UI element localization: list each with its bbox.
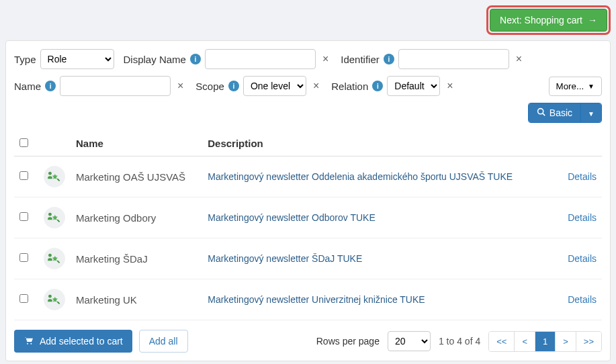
details-link[interactable]: Details <box>568 253 597 264</box>
clear-display-name[interactable]: × <box>320 53 331 65</box>
row-checkbox[interactable] <box>19 212 28 221</box>
rows-per-page-label: Rows per page <box>316 336 380 347</box>
info-icon[interactable]: i <box>384 54 394 64</box>
name-label: Name <box>14 81 41 92</box>
basic-search-dropdown[interactable]: ▼ <box>580 103 601 122</box>
add-selected-label: Add selected to cart <box>40 336 123 347</box>
identifier-label: Identifier <box>341 54 380 65</box>
filter-identifier: Identifier i × <box>341 49 525 69</box>
row-description: Marketingový newsletter Univerzitnej kni… <box>202 279 548 320</box>
table-footer: Add selected to cart Add all Rows per pa… <box>14 330 602 353</box>
relation-select[interactable]: Default <box>387 76 440 96</box>
name-input[interactable] <box>60 76 171 96</box>
more-label: More... <box>556 81 584 91</box>
info-icon[interactable]: i <box>190 54 201 64</box>
page-last[interactable]: >> <box>576 332 601 351</box>
relation-label: Relation <box>331 81 368 92</box>
next-shopping-cart-button[interactable]: Next: Shopping cart → <box>490 9 607 32</box>
clear-scope[interactable]: × <box>310 80 322 92</box>
row-name: Marketing OAŠ UJSVAŠ <box>71 156 202 197</box>
row-name: Marketing ŠDaJ <box>71 238 202 279</box>
row-checkbox[interactable] <box>19 294 28 303</box>
table-row: Marketing UKMarketingový newsletter Univ… <box>14 279 602 320</box>
filter-relation: Relation i Default × <box>331 76 455 96</box>
filter-name: Name i × <box>14 76 186 96</box>
svg-point-0 <box>537 109 543 114</box>
clear-name[interactable]: × <box>175 80 186 92</box>
chevron-down-icon: ▼ <box>588 110 595 118</box>
table-row: Marketing ŠDaJMarketingový newsletter ŠD… <box>14 238 602 279</box>
type-select[interactable]: Role <box>40 49 114 69</box>
display-name-input[interactable] <box>205 49 316 69</box>
info-icon[interactable]: i <box>372 81 383 91</box>
info-icon[interactable]: i <box>45 81 56 91</box>
scope-select[interactable]: One level <box>243 76 306 96</box>
details-link[interactable]: Details <box>568 171 597 182</box>
role-icon <box>44 166 65 187</box>
identifier-input[interactable] <box>398 49 509 69</box>
type-label: Type <box>14 54 36 65</box>
svg-point-2 <box>27 343 28 344</box>
next-button-label: Next: Shopping cart <box>500 15 582 26</box>
basic-search-button[interactable]: Basic <box>529 103 580 122</box>
search-icon <box>537 107 545 118</box>
svg-point-3 <box>30 343 32 344</box>
page-next[interactable]: > <box>556 332 576 351</box>
scope-label: Scope <box>195 81 224 92</box>
main-panel: Type Role Display Name i × Identifier i … <box>5 40 611 361</box>
info-icon[interactable]: i <box>228 81 239 91</box>
add-all-button[interactable]: Add all <box>139 330 188 353</box>
details-link[interactable]: Details <box>568 212 597 223</box>
svg-line-1 <box>543 113 545 116</box>
row-checkbox[interactable] <box>19 171 28 180</box>
more-filters-button[interactable]: More... ▼ <box>549 77 602 96</box>
col-header-name: Name <box>71 131 202 156</box>
pagination: << < 1 > >> <box>488 331 602 352</box>
arrow-right-icon: → <box>588 15 597 26</box>
filter-type: Type Role <box>14 49 114 69</box>
page-first[interactable]: << <box>489 332 515 351</box>
row-description: Marketingový newsletter ŠDaJ TUKE <box>202 238 548 279</box>
col-header-description: Description <box>202 131 548 156</box>
table-row: Marketing OdboryMarketingový newsletter … <box>14 197 602 238</box>
row-description: Marketingový newsletter Oddelenia akadem… <box>202 156 548 197</box>
cart-icon <box>24 336 34 347</box>
clear-identifier[interactable]: × <box>513 53 525 65</box>
filter-scope: Scope i One level × <box>195 76 322 96</box>
add-selected-button[interactable]: Add selected to cart <box>14 330 132 353</box>
row-name: Marketing Odbory <box>71 197 202 238</box>
row-name: Marketing UK <box>71 279 202 320</box>
details-link[interactable]: Details <box>568 294 597 305</box>
role-icon <box>44 248 65 269</box>
rows-per-page-select[interactable]: 20 <box>388 331 431 351</box>
basic-search-button-group: Basic ▼ <box>528 103 602 123</box>
results-counter: 1 to 4 of 4 <box>439 336 480 347</box>
role-icon <box>44 289 65 310</box>
basic-label: Basic <box>549 107 572 118</box>
page-current[interactable]: 1 <box>535 332 556 351</box>
role-icon <box>44 207 65 228</box>
page-prev[interactable]: < <box>515 332 535 351</box>
select-all-checkbox[interactable] <box>19 138 28 147</box>
chevron-down-icon: ▼ <box>588 83 595 90</box>
next-button-highlight: Next: Shopping cart → <box>486 5 611 35</box>
filter-display-name: Display Name i × <box>124 49 332 69</box>
filter-bar: Type Role Display Name i × Identifier i … <box>14 49 602 96</box>
results-table: Name Description Marketing OAŠ UJSVAŠMar… <box>14 131 602 320</box>
row-description: Marketingový newsletter Odborov TUKE <box>202 197 548 238</box>
display-name-label: Display Name <box>124 54 186 65</box>
row-checkbox[interactable] <box>19 253 28 262</box>
table-row: Marketing OAŠ UJSVAŠMarketingový newslet… <box>14 156 602 197</box>
clear-relation[interactable]: × <box>444 80 455 92</box>
